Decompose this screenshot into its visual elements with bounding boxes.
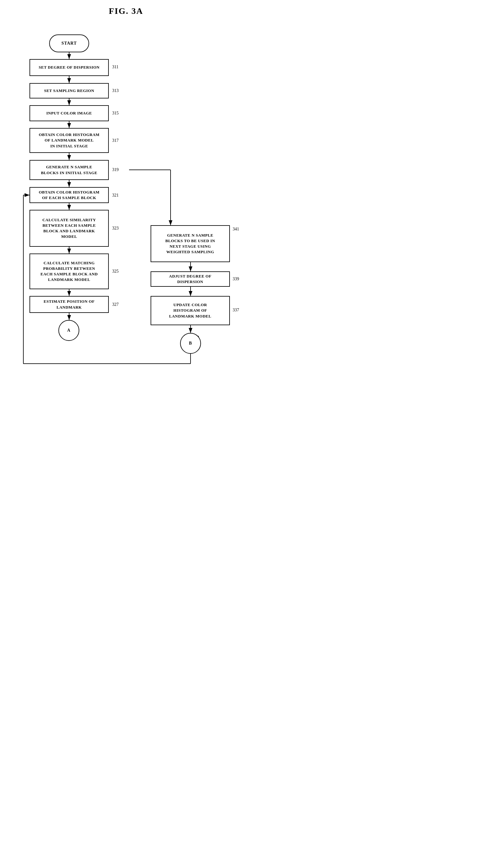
step-315: 315 [112, 111, 119, 116]
step-313: 313 [112, 88, 119, 93]
step-321: 321 [112, 193, 119, 198]
step-323: 323 [112, 226, 119, 231]
flowchart: START SET DEGREE OF DISPERSION 311 SET S… [0, 25, 252, 437]
step-339: 339 [233, 276, 239, 282]
node-325: CALCULATE MATCHING PROBABILITY BETWEEN E… [30, 254, 109, 289]
node-311: SET DEGREE OF DISPERSION [30, 59, 109, 76]
node-337: UPDATE COLOR HISTOGRAM OF LANDMARK MODEL [151, 296, 230, 325]
step-317: 317 [112, 138, 119, 143]
node-341: GENERATE N SAMPLE BLOCKS TO BE USED IN N… [151, 225, 230, 262]
step-341: 341 [233, 227, 239, 232]
start-node: START [49, 34, 89, 52]
node-313: SET SAMPLING REGION [30, 83, 109, 99]
step-325: 325 [112, 269, 119, 274]
step-337: 337 [233, 308, 239, 313]
node-323: CALCULATE SIMILARITY BETWEEN EACH SAMPLE… [30, 210, 109, 247]
node-339: ADJUST DEGREE OF DISPERSION [151, 271, 230, 287]
step-319: 319 [112, 167, 119, 172]
terminal-a: A [58, 320, 79, 341]
step-327: 327 [112, 302, 119, 307]
node-317: OBTAIN COLOR HISTOGRAM OF LANDMARK MODEL… [30, 128, 109, 153]
node-319: GENERATE N SAMPLE BLOCKS IN INITIAL STAG… [30, 160, 109, 180]
node-315: INPUT COLOR IMAGE [30, 105, 109, 121]
step-311: 311 [112, 65, 118, 70]
node-327: ESTIMATE POSITION OF LANDMARK [30, 296, 109, 313]
page: FIG. 3A [0, 0, 252, 444]
terminal-b: B [180, 333, 201, 354]
node-321: OBTAIN COLOR HISTOGRAM OF EACH SAMPLE BL… [30, 187, 109, 203]
figure-title: FIG. 3A [0, 6, 252, 16]
